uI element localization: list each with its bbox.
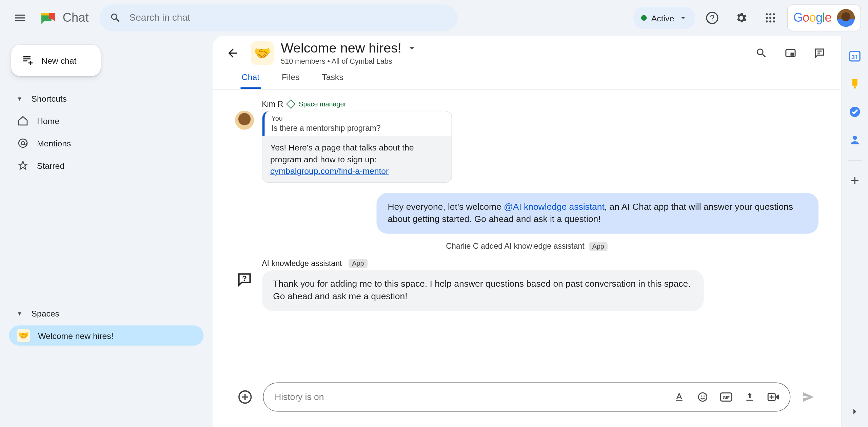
svg-rect-15 [790,52,794,55]
search-input[interactable] [130,12,448,23]
collapse-triangle-icon: ▼ [17,95,24,101]
space-item-welcome[interactable]: 🤝 Welcome new hires! [9,325,203,345]
sender-avatar [235,111,254,130]
video-button[interactable] [764,388,782,406]
calendar-sidepanel-button[interactable]: 31 [847,48,862,64]
svg-point-11 [773,20,775,22]
sender-name: AI knowledge assistant [262,259,342,268]
nav-home[interactable]: Home [9,111,203,131]
reply-message-text: Yes! Here's a page that talks about the … [262,136,452,182]
account-switcher[interactable]: Google [787,4,861,31]
status-dot-icon [641,15,647,21]
space-icon: 🤝 [251,41,274,64]
svg-text:?: ? [242,274,247,283]
svg-point-8 [773,17,775,19]
svg-point-10 [769,20,771,22]
sender-name: Kim R [262,100,283,108]
svg-point-18 [698,393,707,401]
space-subtitle: 510 members • All of Cymbal Labs [281,57,417,65]
search-bar[interactable] [100,4,458,31]
shortcuts-label: Shortcuts [31,94,67,103]
quoted-author: You [271,115,445,122]
keep-sidepanel-button[interactable] [847,76,862,92]
outgoing-message: Hey everyone, let's welcome @AI knowledg… [376,193,818,233]
thread-panel-button[interactable] [807,41,832,65]
app-chip: App [589,242,608,251]
status-label: Active [651,13,674,23]
conversation-panel: 🤝 Welcome new hires! 510 members • All o… [213,36,841,427]
svg-point-3 [766,13,768,15]
collapse-triangle-icon: ▼ [17,310,24,316]
svg-point-19 [701,395,702,397]
app-chip: App [349,259,367,268]
quoted-text: Is there a mentorship program? [271,124,445,133]
svg-point-7 [769,17,771,19]
format-button[interactable] [670,388,688,406]
system-event: Charlie C added AI knowledge assistant A… [235,241,818,251]
apps-button[interactable] [758,6,783,30]
contacts-sidepanel-button[interactable] [847,132,862,147]
help-button[interactable]: ? [700,6,725,30]
svg-point-13 [21,142,25,145]
present-button[interactable] [778,41,803,65]
svg-point-6 [766,17,768,19]
spaces-label: Spaces [31,308,59,318]
back-button[interactable] [221,42,244,64]
gif-button[interactable]: GIF [717,388,735,406]
main-menu-button[interactable] [7,4,34,31]
add-sidepanel-button[interactable] [847,173,862,188]
spaces-section-header[interactable]: ▼ Spaces [9,303,203,323]
new-chat-icon [21,54,34,66]
nav-home-label: Home [37,116,59,125]
message-input[interactable] [275,392,665,402]
svg-rect-26 [853,87,855,89]
status-pill[interactable]: Active [633,7,695,29]
mention[interactable]: @AI knowledge assistant [504,202,605,211]
tasks-sidepanel-button[interactable] [847,104,862,120]
svg-text:31: 31 [851,54,858,61]
svg-point-12 [19,139,27,147]
new-chat-button[interactable]: New chat [11,45,101,76]
side-panel: 31 [841,36,868,427]
message-list: Kim R Space manager You Is there a mento… [213,89,841,373]
nav-mentions-label: Mentions [37,138,71,148]
svg-text:?: ? [710,14,714,22]
svg-point-5 [773,13,775,15]
search-icon [110,12,121,24]
collapse-sidepanel-button[interactable] [847,404,862,419]
chevron-down-icon[interactable] [406,42,417,54]
chevron-down-icon [678,14,687,22]
send-button[interactable] [798,387,818,407]
user-avatar[interactable] [837,9,855,27]
nav-starred[interactable]: Starred [9,156,203,176]
svg-text:GIF: GIF [723,395,730,400]
google-logo-text: Google [793,11,831,25]
tab-files[interactable]: Files [281,69,301,89]
upload-button[interactable] [741,388,759,406]
mentor-link[interactable]: cymbalgroup.com/find-a-mentor [270,166,389,176]
chat-logo-cluster: Chat [38,8,88,28]
space-title: Welcome new hires! [281,40,401,56]
settings-button[interactable] [729,6,754,30]
home-icon [17,115,29,126]
tab-tasks[interactable]: Tasks [321,69,344,89]
message-composer[interactable]: GIF [263,383,791,412]
sender-role: Space manager [299,100,346,108]
mentions-icon [17,138,29,149]
nav-mentions[interactable]: Mentions [9,133,203,153]
svg-point-4 [769,13,771,15]
ai-assistant-icon: ? [235,270,254,289]
tab-chat[interactable]: Chat [241,69,261,89]
svg-point-20 [704,395,705,397]
search-in-space-button[interactable] [749,41,774,65]
product-name: Chat [63,11,89,25]
quoted-reply-card: You Is there a mentorship program? Yes! … [262,111,452,183]
add-attachment-button[interactable] [235,387,255,407]
svg-point-28 [852,136,856,140]
ai-message-text: Thank you for adding me to this space. I… [262,270,704,311]
emoji-button[interactable] [694,388,712,406]
shortcuts-section-header[interactable]: ▼ Shortcuts [9,88,203,108]
svg-point-9 [766,20,768,22]
chat-logo-icon [38,8,58,28]
space-item-label: Welcome new hires! [38,331,113,340]
